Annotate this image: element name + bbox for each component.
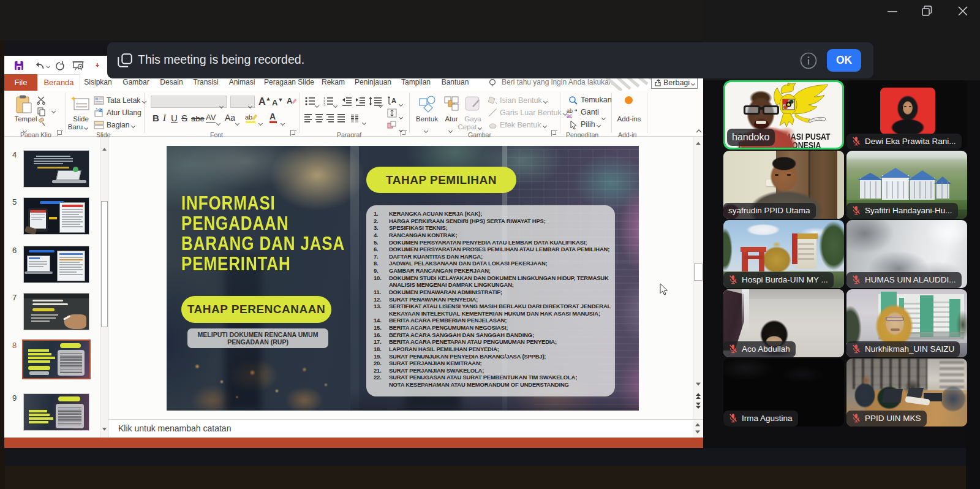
svg-text:A: A <box>287 96 293 105</box>
svg-text:ab: ab <box>245 113 252 121</box>
svg-text:ac: ac <box>567 113 573 118</box>
svg-text:3: 3 <box>323 102 325 106</box>
svg-text:A: A <box>391 97 396 104</box>
svg-text:A: A <box>270 112 276 121</box>
